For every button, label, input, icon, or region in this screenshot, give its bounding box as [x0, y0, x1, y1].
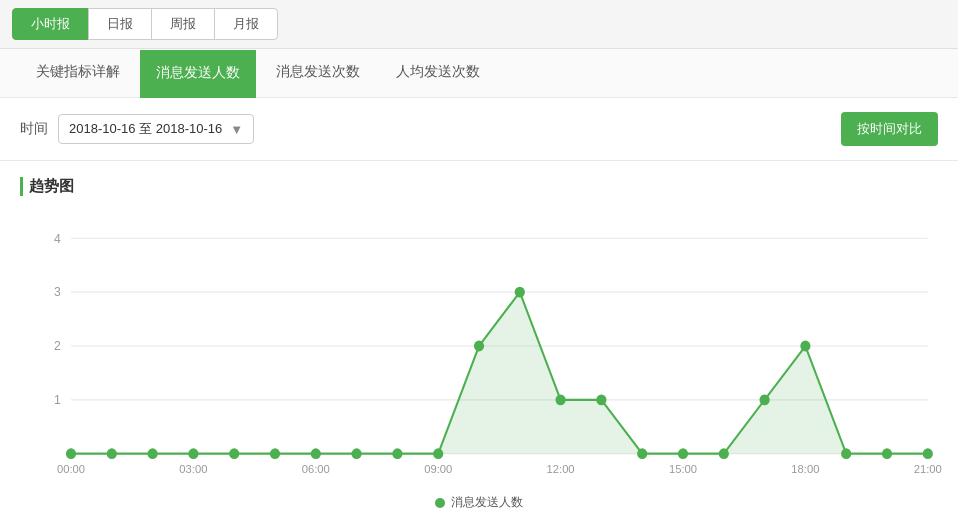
svg-point-25: [352, 448, 362, 459]
date-range-selector[interactable]: 2018-10-16 至 2018-10-16 ▼: [58, 114, 254, 144]
svg-point-27: [433, 448, 443, 459]
filter-row: 时间 2018-10-16 至 2018-10-16 ▼ 按时间对比: [0, 98, 958, 161]
tab-monthly[interactable]: 月报: [214, 8, 278, 40]
svg-text:1: 1: [54, 393, 61, 407]
svg-text:09:00: 09:00: [424, 463, 452, 475]
svg-text:03:00: 03:00: [179, 463, 207, 475]
chart-legend: 消息发送人数: [20, 486, 938, 514]
filter-left: 时间 2018-10-16 至 2018-10-16 ▼: [20, 114, 254, 144]
compare-button[interactable]: 按时间对比: [841, 112, 938, 146]
svg-text:4: 4: [54, 231, 61, 245]
subtab-key-metrics[interactable]: 关键指标详解: [20, 49, 136, 97]
time-label: 时间: [20, 120, 48, 138]
legend-dot-send-users: [435, 498, 445, 508]
svg-point-30: [556, 394, 566, 405]
svg-point-33: [678, 448, 688, 459]
svg-point-19: [107, 448, 117, 459]
svg-point-22: [229, 448, 239, 459]
svg-text:00:00: 00:00: [57, 463, 85, 475]
date-range-value: 2018-10-16 至 2018-10-16: [69, 120, 222, 138]
svg-point-32: [637, 448, 647, 459]
svg-marker-17: [71, 292, 928, 454]
svg-text:06:00: 06:00: [302, 463, 330, 475]
svg-point-34: [719, 448, 729, 459]
chart-section: 趋势图 4 3 2 1 00:00 03:00: [0, 161, 958, 514]
svg-point-37: [841, 448, 851, 459]
svg-point-29: [515, 287, 525, 298]
top-tab-bar: 小时报 日报 周报 月报: [0, 0, 958, 49]
svg-point-20: [148, 448, 158, 459]
chart-title: 趋势图: [20, 177, 938, 196]
subtab-avg-send[interactable]: 人均发送次数: [380, 49, 496, 97]
svg-point-24: [311, 448, 321, 459]
svg-point-38: [882, 448, 892, 459]
tab-daily[interactable]: 日报: [88, 8, 152, 40]
subtab-send-users[interactable]: 消息发送人数: [140, 50, 256, 98]
legend-label-send-users: 消息发送人数: [451, 494, 523, 511]
svg-point-28: [474, 341, 484, 352]
svg-point-39: [923, 448, 933, 459]
svg-point-23: [270, 448, 280, 459]
chart-container: 4 3 2 1 00:00 03:00 06:00 09:00 12:00 15…: [20, 206, 938, 486]
svg-text:2: 2: [54, 339, 61, 353]
svg-point-35: [760, 394, 770, 405]
svg-text:18:00: 18:00: [791, 463, 819, 475]
sub-tab-bar: 关键指标详解 消息发送人数 消息发送次数 人均发送次数: [0, 49, 958, 98]
chevron-down-icon: ▼: [230, 122, 243, 137]
main-content: 关键指标详解 消息发送人数 消息发送次数 人均发送次数 时间 2018-10-1…: [0, 49, 958, 514]
subtab-send-count[interactable]: 消息发送次数: [260, 49, 376, 97]
trend-chart: 4 3 2 1 00:00 03:00 06:00 09:00 12:00 15…: [20, 206, 938, 486]
svg-text:15:00: 15:00: [669, 463, 697, 475]
tab-hourly[interactable]: 小时报: [12, 8, 89, 40]
svg-point-36: [800, 341, 810, 352]
svg-text:21:00: 21:00: [914, 463, 942, 475]
svg-point-18: [66, 448, 76, 459]
tab-weekly[interactable]: 周报: [151, 8, 215, 40]
svg-point-21: [188, 448, 198, 459]
svg-point-26: [392, 448, 402, 459]
svg-point-31: [596, 394, 606, 405]
svg-text:3: 3: [54, 285, 61, 299]
svg-text:12:00: 12:00: [547, 463, 575, 475]
